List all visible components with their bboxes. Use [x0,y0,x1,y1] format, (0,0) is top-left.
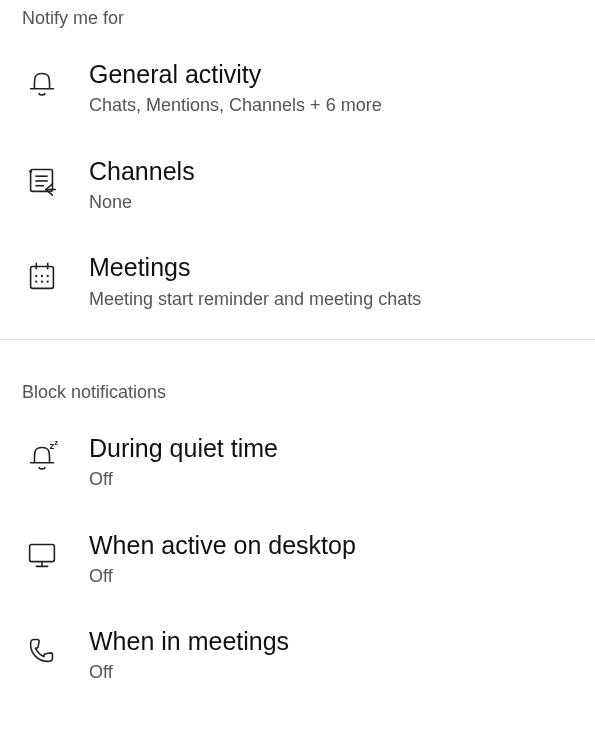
setting-item-active-desktop[interactable]: When active on desktop Off [0,512,595,609]
item-title-channels: Channels [89,156,195,187]
desktop-icon [22,534,62,574]
item-subtitle-meetings: Meeting start reminder and meeting chats [89,288,421,311]
item-title-desktop: When active on desktop [89,530,356,561]
setting-item-channels[interactable]: Channels None [0,138,595,235]
svg-point-14 [47,281,49,283]
item-title-meetings: Meetings [89,252,421,283]
item-subtitle-desktop: Off [89,565,356,588]
item-subtitle-quiet: Off [89,468,278,491]
svg-point-10 [41,275,43,277]
item-title-quiet: During quiet time [89,433,278,464]
item-title-general: General activity [89,59,382,90]
svg-point-11 [47,275,49,277]
svg-point-1 [29,170,32,173]
phone-icon [22,630,62,670]
bell-icon [22,63,62,103]
item-subtitle-in-meetings: Off [89,661,289,684]
svg-point-13 [41,281,43,283]
channels-icon [22,160,62,200]
item-subtitle-general: Chats, Mentions, Channels + 6 more [89,94,382,117]
quiet-bell-icon: z z [22,437,62,477]
svg-rect-17 [30,544,55,561]
section-header-notify: Notify me for [0,0,595,41]
setting-item-in-meetings[interactable]: When in meetings Off [0,608,595,705]
svg-rect-6 [31,267,54,289]
setting-item-meetings[interactable]: Meetings Meeting start reminder and meet… [0,234,595,331]
setting-item-quiet-time[interactable]: z z During quiet time Off [0,415,595,512]
setting-item-general-activity[interactable]: General activity Chats, Mentions, Channe… [0,41,595,138]
section-header-block: Block notifications [0,340,595,415]
svg-point-9 [35,275,37,277]
svg-text:z: z [54,438,58,447]
item-title-in-meetings: When in meetings [89,626,289,657]
item-subtitle-channels: None [89,191,195,214]
svg-point-12 [35,281,37,283]
calendar-icon [22,256,62,296]
